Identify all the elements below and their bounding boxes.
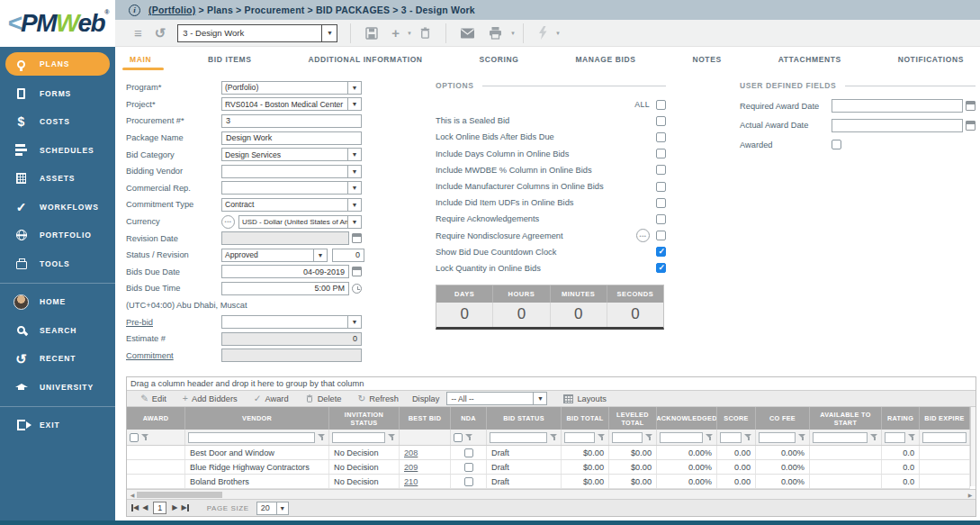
chevron-down-icon[interactable]: ▼ xyxy=(276,502,288,514)
sidebar-item-recent[interactable]: ↺ RECENT xyxy=(0,345,115,374)
manufacturer-columns-checkbox[interactable] xyxy=(656,182,666,192)
column-header-bid-status[interactable]: BID STATUS xyxy=(487,407,562,430)
nda-checkbox[interactable] xyxy=(464,477,473,486)
filter-icon[interactable] xyxy=(141,433,149,441)
acknowledged-filter-input[interactable] xyxy=(660,432,703,443)
best-bid-link[interactable]: 208 xyxy=(404,448,418,457)
bid-total-filter-input[interactable] xyxy=(564,432,595,443)
filter-icon[interactable] xyxy=(870,433,878,441)
history-icon[interactable]: ↺ xyxy=(155,26,166,40)
chevron-down-icon[interactable]: ▼ xyxy=(347,98,361,110)
page-size-dropdown[interactable]: 20▼ xyxy=(256,502,289,515)
filter-icon[interactable] xyxy=(645,433,653,441)
nda-filter-checkbox[interactable] xyxy=(454,433,463,442)
bid-status-filter-input[interactable] xyxy=(490,432,547,443)
lock-online-bids-checkbox[interactable] xyxy=(656,132,666,142)
pmweb-logo[interactable]: <PMWeb® xyxy=(7,9,108,38)
bid-item-udfs-checkbox[interactable] xyxy=(656,198,666,208)
column-header-award[interactable]: AWARD xyxy=(127,407,185,430)
currency-select[interactable]: USD - Dollar (United States of America)▼ xyxy=(238,215,362,229)
tab-notifications[interactable]: NOTIFICATIONS xyxy=(895,47,967,71)
available-to-start-filter-input[interactable] xyxy=(813,432,868,443)
add-icon[interactable]: + xyxy=(391,26,400,40)
calendar-icon[interactable] xyxy=(352,233,362,243)
edit-button[interactable]: ✎Edit xyxy=(132,394,175,403)
award-button[interactable]: ✓Award xyxy=(246,394,297,403)
project-select[interactable]: RVS0104 - Boston Medical Center▼ xyxy=(221,97,362,111)
delete-button[interactable]: Delete xyxy=(297,394,350,403)
chevron-down-icon[interactable]: ▼ xyxy=(347,149,361,160)
tab-additional-information[interactable]: ADDITIONAL INFORMATION xyxy=(304,47,426,71)
tab-notes[interactable]: NOTES xyxy=(688,47,724,71)
program-select[interactable]: (Portfolio)▼ xyxy=(221,81,362,95)
scroll-left-icon[interactable]: ◀ xyxy=(129,492,136,498)
sidebar-item-schedules[interactable]: SCHEDULES xyxy=(0,136,115,165)
tab-main[interactable]: MAIN xyxy=(126,47,155,71)
column-header-leveled-total[interactable]: LEVELED TOTAL xyxy=(609,407,657,430)
sidebar-item-university[interactable]: UNIVERSITY xyxy=(0,373,115,402)
calendar-icon[interactable] xyxy=(966,101,976,111)
current-page-box[interactable]: 1 xyxy=(153,502,166,514)
filter-icon[interactable] xyxy=(798,433,806,441)
sidebar-item-search[interactable]: SEARCH xyxy=(0,316,115,345)
filter-icon[interactable] xyxy=(598,433,606,441)
sidebar-item-plans[interactable]: PLANS xyxy=(5,52,110,76)
workflow-menu-caret-icon[interactable]: ▼ xyxy=(555,31,561,36)
column-header-score[interactable]: SCORE xyxy=(717,407,756,430)
bids-due-date-input[interactable]: 04-09-2019 xyxy=(221,265,349,278)
package-name-input[interactable]: Design Work xyxy=(221,131,362,145)
tab-scoring[interactable]: SCORING xyxy=(476,47,523,71)
sidebar-item-costs[interactable]: $ COSTS xyxy=(0,108,115,137)
filter-icon[interactable] xyxy=(388,433,396,441)
chevron-down-icon[interactable]: ▼ xyxy=(347,216,361,228)
filter-icon[interactable] xyxy=(318,433,326,441)
filter-icon[interactable] xyxy=(550,433,558,441)
refresh-button[interactable]: ↻Refresh xyxy=(350,394,407,403)
status-select[interactable]: Approved▼ xyxy=(221,249,328,262)
revision-number-input[interactable]: 0 xyxy=(332,249,364,262)
last-page-button[interactable]: ▶ xyxy=(181,504,188,511)
required-award-date-input[interactable] xyxy=(832,99,963,113)
scrollbar-thumb[interactable] xyxy=(137,492,222,498)
layouts-button[interactable]: Layouts xyxy=(563,394,607,403)
vendor-filter-input[interactable] xyxy=(188,432,315,443)
all-checkbox[interactable] xyxy=(656,100,666,110)
column-header-co-fee[interactable]: CO FEE xyxy=(756,407,810,430)
countdown-clock-checkbox[interactable] xyxy=(656,247,666,257)
delete-icon[interactable] xyxy=(418,26,432,40)
pre-bid-link[interactable]: Pre-bid xyxy=(126,318,221,327)
sidebar-item-forms[interactable]: FORMS xyxy=(0,79,115,108)
nondisclosure-options-icon[interactable] xyxy=(636,229,650,242)
chevron-down-icon[interactable]: ▼ xyxy=(347,166,361,177)
leveled-total-filter-input[interactable] xyxy=(612,432,643,443)
chevron-down-icon[interactable]: ▼ xyxy=(347,316,361,328)
column-header-invitation-status[interactable]: INVITATION STATUS xyxy=(329,407,400,430)
pre-bid-select[interactable]: ▼ xyxy=(221,315,362,329)
column-header-available-to-start[interactable]: AVAILABLE TO START xyxy=(810,407,882,430)
sidebar-item-workflows[interactable]: ✓ WORKFLOWS xyxy=(0,193,115,222)
commercial-rep-select[interactable]: ▼ xyxy=(221,181,362,195)
save-icon[interactable] xyxy=(364,26,379,41)
rating-filter-input[interactable] xyxy=(885,432,905,443)
next-page-button[interactable]: ▶ xyxy=(172,504,177,511)
clock-icon[interactable] xyxy=(352,284,362,294)
co-fee-filter-input[interactable] xyxy=(759,432,796,443)
chevron-down-icon[interactable]: ▼ xyxy=(347,82,361,94)
table-row[interactable]: Boland Brothers No Decision 210 Draft $0… xyxy=(127,475,970,489)
sidebar-item-portfolio[interactable]: PORTFOLIO xyxy=(0,222,115,250)
print-icon[interactable] xyxy=(488,26,503,40)
filter-icon[interactable] xyxy=(744,433,752,441)
lock-quantity-checkbox[interactable] xyxy=(656,263,666,273)
tab-attachments[interactable]: ATTACHMENTS xyxy=(775,47,845,71)
procurement-number-input[interactable]: 3 xyxy=(221,114,362,128)
breadcrumb-portfolio-link[interactable]: (Portfolio) xyxy=(148,5,195,15)
chevron-down-icon[interactable]: ▼ xyxy=(347,182,361,194)
filter-icon[interactable] xyxy=(706,433,714,441)
list-view-icon[interactable]: ≡ xyxy=(134,26,142,40)
table-row[interactable]: Best Door and Window No Decision 208 Dra… xyxy=(127,446,970,460)
require-acknowledgements-checkbox[interactable] xyxy=(656,214,666,224)
sidebar-item-assets[interactable]: ASSETS xyxy=(0,165,115,194)
prev-page-button[interactable]: ◀ xyxy=(142,504,148,511)
column-header-bid-total[interactable]: BID TOTAL xyxy=(562,407,609,430)
horizontal-scrollbar[interactable]: ◀ ▶ xyxy=(127,489,976,499)
